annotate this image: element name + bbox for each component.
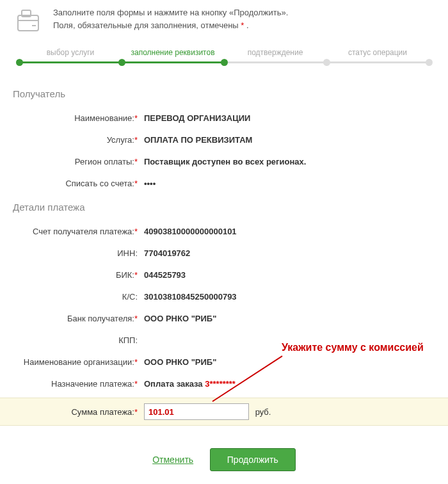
row-bank: Банк получателя:* ООО РНКО "РИБ" xyxy=(13,307,435,329)
amount-input[interactable] xyxy=(144,403,249,420)
value-service: ОПЛАТА ПО РЕКВИЗИТАМ xyxy=(141,135,435,145)
value-inn: 7704019762 xyxy=(141,248,435,258)
svg-rect-0 xyxy=(18,15,38,31)
value-account: •••• xyxy=(141,179,435,188)
row-region: Регион оплаты:* Поставщик доступен во вс… xyxy=(13,150,435,172)
row-service: Услуга:* ОПЛАТА ПО РЕКВИЗИТАМ xyxy=(13,129,435,150)
value-name: ПЕРЕВОД ОРГАНИЗАЦИИ xyxy=(141,113,435,123)
step-2[interactable]: заполнение реквизитов xyxy=(122,48,224,57)
stepper: выбор услуги заполнение реквизитов подтв… xyxy=(19,53,429,72)
header-line1: Заполните поля формы и нажмите на кнопку… xyxy=(53,6,288,19)
cancel-button[interactable]: Отменить xyxy=(152,455,193,465)
value-org: ООО РНКО "РИБ" xyxy=(141,357,435,367)
row-inn: ИНН: 7704019762 xyxy=(13,242,435,264)
row-bik: БИК:* 044525793 xyxy=(13,264,435,286)
value-bik: 044525793 xyxy=(141,270,435,280)
section-details-title: Детали платежа xyxy=(13,202,435,213)
value-purpose: Оплата заказа 3******** xyxy=(141,379,435,389)
row-name: Наименование:* ПЕРЕВОД ОРГАНИЗАЦИИ xyxy=(13,107,435,129)
annotation-text: Укажите сумму с комиссией xyxy=(282,341,424,354)
value-region: Поставщик доступен во всех регионах. xyxy=(141,157,435,166)
value-bank: ООО РНКО "РИБ" xyxy=(141,314,435,323)
section-recipient-title: Получатель xyxy=(13,88,435,99)
step-4[interactable]: статус операции xyxy=(326,48,429,57)
form-header: Заполните поля формы и нажмите на кнопку… xyxy=(13,6,435,39)
wallet-icon xyxy=(13,6,44,39)
value-recv-account: 40903810000000000101 xyxy=(141,227,435,236)
currency-label: руб. xyxy=(255,407,271,417)
row-account: Списать со счета:* •••• xyxy=(13,172,435,194)
step-1[interactable]: выбор услуги xyxy=(19,48,122,57)
row-ks: К/С: 30103810845250000793 xyxy=(13,286,435,307)
header-line2: Поля, обязательные для заполнения, отмеч… xyxy=(53,19,288,32)
row-org: Наименование организации:* ООО РНКО "РИБ… xyxy=(13,351,435,373)
row-purpose: Назначение платежа:* Оплата заказа 3****… xyxy=(13,373,435,394)
row-amount: Сумма платежа:* руб. xyxy=(0,398,448,426)
step-3[interactable]: подтверждение xyxy=(224,48,326,57)
row-recv-account: Счет получателя платежа:* 40903810000000… xyxy=(13,220,435,242)
continue-button[interactable]: Продолжить xyxy=(210,448,296,471)
button-bar: Отменить Продолжить xyxy=(13,448,435,471)
value-ks: 30103810845250000793 xyxy=(141,292,435,302)
